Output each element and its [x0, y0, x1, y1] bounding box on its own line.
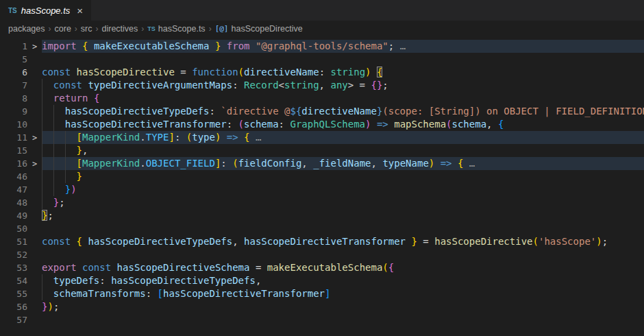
- breadcrumb-item-hasscopedirective[interactable]: [@]hasScopeDirective: [215, 24, 303, 34]
- code-line[interactable]: 16> [MapperKind.OBJECT_FIELD]: (fieldCon…: [0, 157, 644, 170]
- code-token: (: [238, 67, 244, 77]
- code-line[interactable]: 8 return {: [0, 92, 644, 105]
- code-token: MapperKind: [82, 158, 140, 169]
- code-line[interactable]: 15 },: [0, 144, 644, 157]
- code-token: typeName: [382, 158, 428, 169]
- code-line[interactable]: 53export const hasScopeDirectiveSchema =…: [0, 261, 644, 274]
- line-number[interactable]: 1: [0, 40, 27, 53]
- code-line-text[interactable]: return {: [42, 92, 644, 105]
- code-line[interactable]: 51const { hasScopeDirectiveTypeDefs, has…: [0, 235, 644, 248]
- code-line-text[interactable]: [42, 313, 644, 326]
- line-number[interactable]: 16: [0, 157, 27, 170]
- code-token: (: [533, 236, 538, 247]
- fold-column: [27, 248, 42, 261]
- code-line-text[interactable]: };: [42, 209, 644, 222]
- line-number[interactable]: 51: [0, 235, 27, 248]
- code-line[interactable]: 56});: [0, 300, 644, 313]
- code-line[interactable]: 1>import { makeExecutableSchema } from "…: [0, 40, 644, 53]
- breadcrumb-item-src[interactable]: src: [81, 24, 92, 34]
- line-number[interactable]: 47: [0, 183, 27, 196]
- line-number[interactable]: 8: [0, 92, 27, 105]
- line-number[interactable]: 15: [0, 144, 27, 157]
- code-line-text[interactable]: }): [42, 183, 644, 196]
- breadcrumb-item-packages[interactable]: packages: [8, 24, 45, 34]
- code-line-text[interactable]: const { hasScopeDirectiveTypeDefs, hasSc…: [42, 235, 644, 248]
- code-line[interactable]: 6const hasScopeDirective = function(dire…: [0, 66, 644, 79]
- fold-chevron-icon[interactable]: >: [32, 133, 37, 143]
- code-line[interactable]: 47 }): [0, 183, 644, 196]
- line-number[interactable]: 55: [0, 287, 27, 300]
- indent-guide: [53, 105, 54, 118]
- code-token: {: [388, 262, 394, 273]
- line-number[interactable]: 9: [0, 105, 27, 118]
- line-number[interactable]: 49: [0, 209, 27, 222]
- line-number[interactable]: 52: [0, 248, 27, 261]
- code-token: from: [221, 40, 256, 51]
- code-line[interactable]: 48 };: [0, 196, 644, 209]
- code-token: hasScopeDirectiveTransformer: [244, 236, 406, 247]
- breadcrumb-separator: ›: [92, 24, 102, 34]
- fold-chevron-icon[interactable]: >: [32, 42, 37, 51]
- line-number[interactable]: 50: [0, 222, 27, 235]
- code-line-text[interactable]: schemaTransforms: [hasScopeDirectiveTran…: [42, 287, 644, 300]
- code-line-text[interactable]: });: [42, 300, 644, 313]
- indent-guide: [53, 118, 54, 131]
- code-line-text[interactable]: },: [42, 144, 644, 157]
- code-line-text[interactable]: hasScopeDirectiveTransformer: (schema: G…: [42, 118, 644, 131]
- code-token: ,: [319, 80, 331, 91]
- code-token: {: [77, 236, 82, 247]
- line-number[interactable]: 48: [0, 196, 27, 209]
- line-number[interactable]: 56: [0, 300, 27, 313]
- code-token: typeDirectiveArgumentMaps: [88, 80, 232, 91]
- code-line[interactable]: 9 hasScopeDirectiveTypeDefs: `directive …: [0, 105, 644, 118]
- line-number[interactable]: 11: [0, 131, 27, 144]
- breadcrumb-item-directives[interactable]: directives: [102, 24, 138, 34]
- code-token: ,: [371, 158, 383, 169]
- code-line-text[interactable]: [MapperKind.TYPE]: (type) => { …: [42, 131, 644, 144]
- code-line[interactable]: 50: [0, 222, 644, 235]
- line-number[interactable]: 46: [0, 170, 27, 183]
- line-number[interactable]: 6: [0, 66, 27, 79]
- line-number[interactable]: 5: [0, 53, 27, 66]
- code-line-text[interactable]: const typeDirectiveArgumentMaps: Record<…: [42, 79, 644, 92]
- code-line[interactable]: 55 schemaTransforms: [hasScopeDirectiveT…: [0, 287, 644, 300]
- code-line-text[interactable]: const hasScopeDirective = function(direc…: [42, 66, 644, 79]
- code-line[interactable]: 10 hasScopeDirectiveTransformer: (schema…: [0, 118, 644, 131]
- line-number[interactable]: 53: [0, 261, 27, 274]
- code-token: =: [417, 236, 434, 247]
- code-token: =>: [441, 158, 452, 169]
- close-tab-icon[interactable]: ×: [77, 5, 83, 16]
- tab-hasscope[interactable]: TS hasScope.ts ×: [0, 0, 91, 21]
- breadcrumb-item-core[interactable]: core: [55, 24, 71, 34]
- fold-column: [27, 300, 42, 313]
- line-number[interactable]: 10: [0, 118, 27, 131]
- code-token: …: [394, 40, 406, 51]
- code-line[interactable]: 11> [MapperKind.TYPE]: (type) => { …: [0, 131, 644, 144]
- fold-chevron-icon[interactable]: >: [32, 159, 37, 169]
- line-number[interactable]: 7: [0, 79, 27, 92]
- code-line-text[interactable]: hasScopeDirectiveTypeDefs: `directive @$…: [42, 105, 644, 118]
- code-line[interactable]: 52: [0, 248, 644, 261]
- code-line[interactable]: 5: [0, 53, 644, 66]
- code-line[interactable]: 46 }: [0, 170, 644, 183]
- code-line-text[interactable]: }: [42, 170, 644, 183]
- code-line-text[interactable]: [42, 248, 644, 261]
- code-editor[interactable]: 1>import { makeExecutableSchema } from "…: [0, 36, 644, 326]
- code-line[interactable]: 54 typeDefs: hasScopeDirectiveTypeDefs,: [0, 274, 644, 287]
- code-line-text[interactable]: [42, 222, 644, 235]
- line-number[interactable]: 57: [0, 313, 27, 326]
- code-line[interactable]: 49};: [0, 209, 644, 222]
- line-number[interactable]: 54: [0, 274, 27, 287]
- code-line-text[interactable]: };: [42, 196, 644, 209]
- code-token: export: [42, 262, 82, 273]
- code-line[interactable]: 57: [0, 313, 644, 326]
- code-line-text[interactable]: [MapperKind.OBJECT_FIELD]: (fieldConfig,…: [42, 157, 644, 170]
- code-token: [42, 93, 53, 104]
- code-line-text[interactable]: export const hasScopeDirectiveSchema = m…: [42, 261, 644, 274]
- breadcrumb-item-hasscope-ts[interactable]: TShasScope.ts: [147, 24, 205, 34]
- code-line[interactable]: 7 const typeDirectiveArgumentMaps: Recor…: [0, 79, 644, 92]
- code-line-text[interactable]: typeDefs: hasScopeDirectiveTypeDefs,: [42, 274, 644, 287]
- code-line-text[interactable]: [42, 53, 644, 66]
- code-line-text[interactable]: import { makeExecutableSchema } from "@g…: [42, 40, 644, 53]
- indent-guide: [42, 157, 42, 170]
